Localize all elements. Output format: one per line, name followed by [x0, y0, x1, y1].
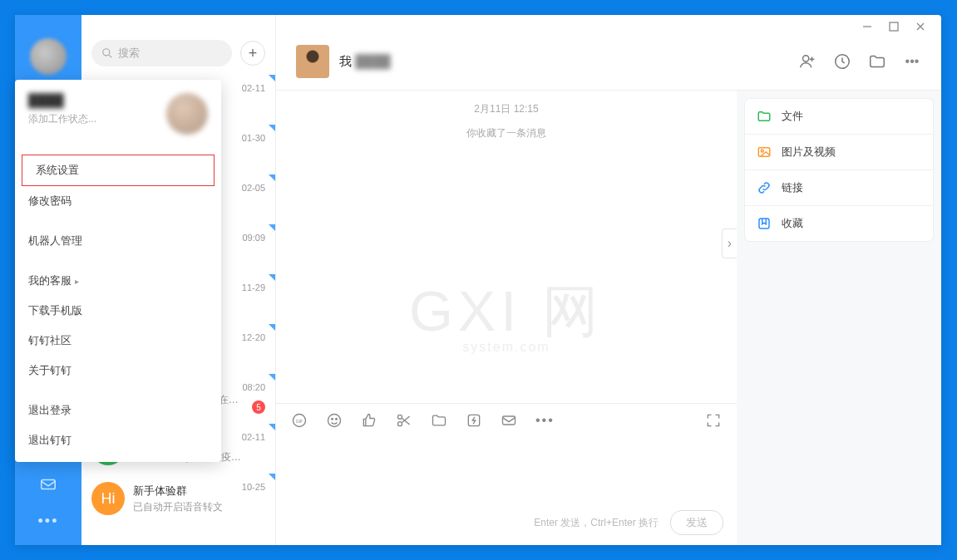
menu-community[interactable]: 钉钉社区: [15, 326, 221, 356]
thumbs-up-icon[interactable]: [361, 412, 377, 429]
send-button[interactable]: 发送: [670, 510, 723, 535]
chat-avatar[interactable]: [296, 45, 329, 78]
svg-point-7: [328, 415, 341, 427]
svg-rect-2: [890, 22, 898, 31]
menu-change-password[interactable]: 修改密码: [15, 186, 221, 216]
chat-header: 我 ████ •••: [276, 38, 941, 91]
popup-username: ████: [28, 93, 96, 107]
user-avatar[interactable]: [30, 38, 67, 75]
gif-icon[interactable]: GIF: [291, 412, 308, 429]
more-icon[interactable]: •••: [38, 513, 59, 530]
link-icon: [757, 180, 772, 195]
conversation-item[interactable]: Hi 新手体验群 已自动开启语音转文 10-25: [81, 474, 275, 523]
conversation-preview: 已自动开启语音转文: [133, 500, 265, 514]
svg-point-15: [761, 150, 763, 152]
folder-icon[interactable]: [868, 52, 886, 71]
sidepanel-item-link[interactable]: 链接: [745, 170, 933, 206]
sidepanel-item-image[interactable]: 图片及视频: [745, 135, 933, 170]
maximize-button[interactable]: [888, 21, 900, 32]
svg-point-3: [803, 56, 809, 61]
folder-icon: [757, 109, 772, 124]
compose-textarea[interactable]: Enter 发送，Ctrl+Enter 换行 发送: [276, 437, 737, 545]
svg-point-9: [336, 419, 338, 420]
conversation-date: 02-05: [242, 183, 265, 193]
conversation-date: 02-11: [242, 432, 265, 442]
minimize-button[interactable]: [861, 21, 873, 32]
popup-status[interactable]: 添加工作状态...: [28, 112, 96, 126]
scissors-icon[interactable]: [396, 412, 412, 429]
sidepanel-label: 文件: [782, 109, 803, 124]
conversation-date: 12-20: [242, 332, 265, 342]
conversation-date: 11-29: [242, 282, 265, 292]
svg-point-11: [398, 422, 402, 426]
envelope-icon[interactable]: [501, 412, 517, 429]
window-controls: [276, 15, 941, 38]
svg-rect-13: [503, 416, 515, 425]
add-contact-icon[interactable]: [798, 52, 816, 71]
conversation-date: 08:20: [242, 382, 265, 392]
side-panel: 文件图片及视频链接收藏: [737, 91, 941, 545]
mail-icon[interactable]: [38, 474, 58, 494]
menu-about[interactable]: 关于钉钉: [15, 356, 221, 386]
watermark: GXI 网 system.com: [409, 273, 604, 354]
message-pane: 2月11日 12:15 你收藏了一条消息 GXI 网 system.com › …: [276, 91, 737, 545]
conversation-date: 02-11: [242, 83, 265, 93]
bookmark-icon: [757, 216, 772, 231]
conversation-date: 09:09: [242, 233, 265, 243]
flash-icon[interactable]: [466, 412, 482, 429]
image-icon: [757, 145, 772, 160]
conversation-avatar: Hi: [91, 482, 125, 515]
folder-tool-icon[interactable]: [431, 412, 447, 429]
conversation-date: 01-30: [242, 133, 265, 143]
compose-area: GIF ••• Enter 发送，Ctrl+Enter 换行: [276, 403, 737, 545]
sidepanel-item-bookmark[interactable]: 收藏: [745, 206, 933, 241]
menu-system-settings[interactable]: 系统设置: [22, 155, 215, 186]
svg-rect-14: [758, 148, 770, 157]
message-timestamp: 2月11日 12:15: [276, 102, 737, 116]
search-input[interactable]: 搜索: [91, 40, 232, 66]
sidepanel-label: 链接: [782, 180, 803, 195]
menu-my-service[interactable]: 我的客服▸: [15, 266, 221, 296]
menu-quit[interactable]: 退出钉钉: [15, 425, 221, 455]
history-icon[interactable]: [833, 52, 851, 71]
unread-badge: 5: [252, 400, 265, 414]
close-button[interactable]: [915, 21, 926, 32]
svg-point-8: [332, 419, 333, 420]
svg-point-10: [398, 415, 402, 419]
add-button[interactable]: +: [240, 41, 265, 66]
menu-logout[interactable]: 退出登录: [15, 395, 221, 425]
popup-avatar[interactable]: [166, 93, 208, 135]
svg-rect-0: [42, 480, 56, 489]
sidepanel-label: 图片及视频: [782, 145, 836, 160]
svg-point-1: [103, 49, 110, 56]
sidepanel-label: 收藏: [782, 216, 803, 231]
collapse-sidepanel-button[interactable]: ›: [722, 228, 737, 258]
sidepanel-item-folder[interactable]: 文件: [745, 99, 933, 135]
search-placeholder: 搜索: [118, 46, 140, 61]
menu-robot-manage[interactable]: 机器人管理: [15, 226, 221, 256]
svg-text:GIF: GIF: [296, 419, 303, 424]
emoji-icon[interactable]: [326, 412, 343, 429]
menu-icon[interactable]: •••: [903, 52, 921, 71]
system-message: 你收藏了一条消息: [276, 126, 737, 140]
conversation-date: 10-25: [242, 482, 265, 492]
chat-title: 我 ████: [339, 54, 391, 70]
menu-download-mobile[interactable]: 下载手机版: [15, 296, 221, 326]
chat-area: 我 ████ ••• 2月11日 12:15 你收藏了一条消息 GXI 网 sy…: [276, 15, 941, 545]
user-menu-popup: ████ 添加工作状态... 系统设置 修改密码 机器人管理 我的客服▸ 下载手…: [15, 80, 221, 462]
expand-icon[interactable]: [705, 412, 722, 429]
more-tools-icon[interactable]: •••: [535, 413, 555, 428]
send-hint: Enter 发送，Ctrl+Enter 换行: [534, 516, 659, 530]
